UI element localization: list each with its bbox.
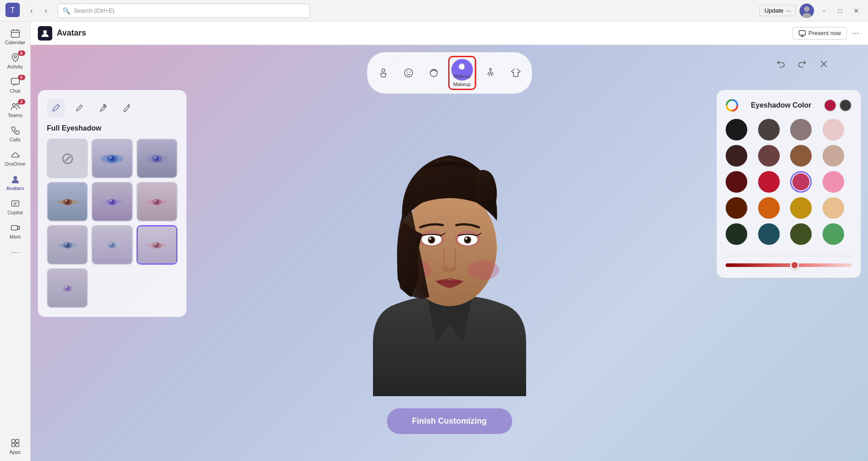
svg-rect-15 bbox=[11, 226, 18, 230]
panel-tab-pencil[interactable] bbox=[47, 99, 65, 117]
sidebar-item-calendar[interactable]: Calendar bbox=[3, 25, 28, 48]
svg-point-46 bbox=[110, 200, 112, 202]
svg-point-36 bbox=[110, 157, 112, 158]
sidebar-item-meet[interactable]: Meet bbox=[3, 220, 28, 242]
color-preview-1[interactable] bbox=[824, 99, 836, 112]
eyeshadow-grid: ⊘ bbox=[47, 139, 177, 308]
svg-rect-16 bbox=[12, 439, 15, 443]
color-swatch-9[interactable] bbox=[726, 171, 747, 193]
color-swatch-13[interactable] bbox=[726, 197, 747, 219]
color-swatch-15[interactable] bbox=[790, 197, 812, 219]
sidebar-item-onedrive[interactable]: OneDrive bbox=[3, 147, 28, 169]
color-swatch-14[interactable] bbox=[758, 197, 780, 219]
color-swatch-3[interactable] bbox=[790, 119, 812, 140]
eyeshadow-style8[interactable] bbox=[136, 225, 177, 265]
svg-point-3 bbox=[804, 6, 809, 12]
panel-tab-pen[interactable] bbox=[117, 99, 135, 117]
makeup-label-below: Makeup bbox=[453, 81, 471, 87]
color-swatch-1[interactable] bbox=[726, 119, 747, 140]
tool-face-button[interactable] bbox=[398, 62, 419, 84]
color-previews bbox=[824, 99, 852, 112]
eye-preview-6 bbox=[48, 226, 87, 264]
color-swatch-4[interactable] bbox=[823, 119, 844, 140]
sidebar-item-apps[interactable]: Apps bbox=[3, 435, 28, 457]
color-swatch-17[interactable] bbox=[726, 223, 747, 245]
color-intensity-slider[interactable] bbox=[726, 263, 852, 267]
color-preview-2[interactable] bbox=[839, 99, 852, 112]
sidebar-item-teams[interactable]: 2 Teams bbox=[3, 98, 28, 121]
svg-point-61 bbox=[65, 286, 67, 288]
sidebar-item-chat[interactable]: 5 Chat bbox=[3, 74, 28, 96]
color-swatch-11-selected[interactable] bbox=[790, 171, 812, 193]
eyeshadow-none[interactable]: ⊘ bbox=[47, 139, 88, 178]
sidebar-item-label-apps: Apps bbox=[9, 449, 21, 455]
close-button[interactable]: ✕ bbox=[850, 5, 863, 17]
present-now-button[interactable]: Present now bbox=[793, 27, 847, 40]
header-more-button[interactable]: ··· bbox=[850, 27, 861, 40]
eyeshadow-style2[interactable] bbox=[136, 139, 177, 178]
content-area: Avatars Present now ··· bbox=[31, 22, 868, 461]
svg-point-12 bbox=[16, 104, 18, 106]
maximize-button[interactable]: □ bbox=[834, 5, 846, 17]
color-swatch-5[interactable] bbox=[726, 145, 747, 167]
update-button[interactable]: Update ··· bbox=[759, 5, 796, 16]
back-button[interactable]: ‹ bbox=[25, 5, 38, 17]
sidebar-item-calls[interactable]: Calls bbox=[3, 122, 28, 145]
tool-outfit-button[interactable] bbox=[505, 62, 527, 84]
update-more-icon: ··· bbox=[786, 7, 791, 14]
svg-point-77 bbox=[450, 267, 457, 271]
tool-pose-button[interactable] bbox=[480, 62, 501, 84]
sidebar-item-activity[interactable]: 6 Activity bbox=[3, 50, 28, 72]
color-grid bbox=[726, 119, 850, 245]
sidebar-item-label-teams: Teams bbox=[8, 113, 22, 118]
copilot-icon bbox=[10, 198, 21, 209]
eyeshadow-style6[interactable] bbox=[47, 225, 88, 265]
search-bar[interactable]: 🔍 Search (Ctrl+E) bbox=[58, 4, 310, 18]
svg-point-43 bbox=[65, 200, 67, 202]
color-swatch-6[interactable] bbox=[758, 145, 780, 167]
avatar-center bbox=[337, 81, 562, 396]
sidebar-item-more[interactable]: ··· bbox=[3, 244, 28, 261]
app-header: Avatars Present now ··· bbox=[31, 22, 868, 45]
svg-point-55 bbox=[110, 243, 112, 245]
color-grid-scroll[interactable] bbox=[726, 119, 852, 251]
color-swatch-20[interactable] bbox=[823, 223, 844, 245]
color-swatch-7[interactable] bbox=[790, 145, 812, 167]
sidebar-item-copilot[interactable]: Copilot bbox=[3, 195, 28, 218]
color-swatch-19[interactable] bbox=[790, 223, 812, 245]
color-swatch-2[interactable] bbox=[758, 119, 780, 140]
teams-badge: 2 bbox=[18, 99, 25, 104]
tool-makeup-selected-box: Makeup Makeup bbox=[448, 56, 476, 90]
tool-body-button[interactable] bbox=[373, 62, 394, 84]
eyeshadow-style1[interactable] bbox=[91, 139, 132, 178]
minimize-button[interactable]: − bbox=[818, 5, 830, 17]
color-swatch-8[interactable] bbox=[823, 145, 844, 167]
color-swatch-12[interactable] bbox=[823, 171, 844, 193]
sidebar-item-label-avatars: Avatars bbox=[6, 185, 24, 191]
color-swatch-18[interactable] bbox=[758, 223, 780, 245]
eyeshadow-style5[interactable] bbox=[136, 182, 177, 221]
color-panel-header: Eyeshadow Color bbox=[726, 99, 852, 112]
panel-tab-marker[interactable] bbox=[94, 99, 112, 117]
sidebar-item-label-onedrive: OneDrive bbox=[5, 161, 25, 167]
forward-button[interactable]: › bbox=[40, 5, 52, 17]
eyeshadow-style7[interactable] bbox=[91, 225, 132, 265]
eyeshadow-style9[interactable] bbox=[47, 268, 88, 308]
panel-tab-thin-pencil[interactable] bbox=[70, 99, 88, 117]
present-icon bbox=[799, 30, 806, 37]
color-panel-title: Eyeshadow Color bbox=[751, 101, 811, 109]
tool-makeup-button[interactable]: Makeup bbox=[451, 59, 473, 81]
undo-button[interactable] bbox=[773, 56, 789, 72]
eyeshadow-style3[interactable] bbox=[47, 182, 88, 221]
close-workspace-button[interactable] bbox=[816, 56, 832, 72]
eyeshadow-style4[interactable] bbox=[91, 182, 132, 221]
user-avatar[interactable] bbox=[800, 4, 814, 18]
tool-hair-button[interactable] bbox=[423, 62, 445, 84]
teams-logo: T bbox=[5, 3, 20, 19]
sidebar-item-avatars[interactable]: Avatars bbox=[3, 171, 28, 194]
finish-customizing-button[interactable]: Finish Customizing bbox=[387, 408, 512, 434]
redo-button[interactable] bbox=[794, 56, 810, 72]
color-swatch-10[interactable] bbox=[758, 171, 780, 193]
svg-point-31 bbox=[490, 68, 491, 70]
color-swatch-16[interactable] bbox=[823, 197, 844, 219]
